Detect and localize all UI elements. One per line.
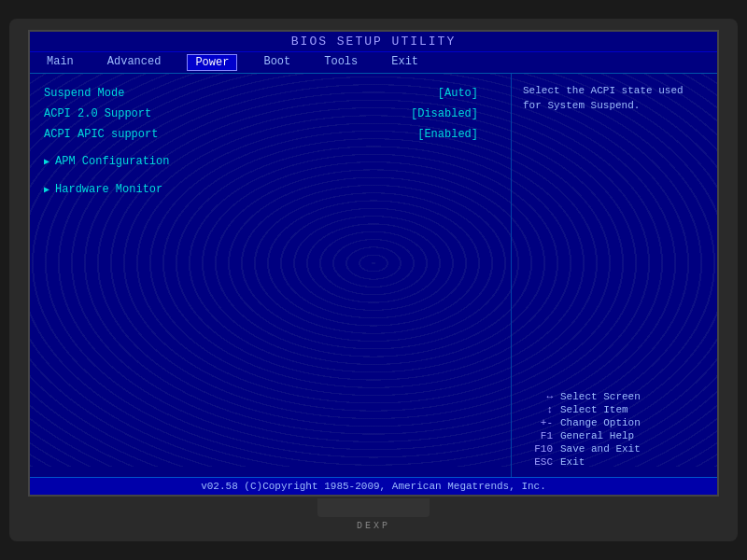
key-hint-screen: ↔ Select Screen [523,391,706,402]
title-bar: BIOS SETUP UTILITY [30,32,717,52]
nav-bar: Main Advanced Power Boot Tools Exit [30,52,717,74]
setting-label-acpi2: ACPI 2.0 Support [44,107,151,120]
key-sym-arrows: ↔ [523,391,553,402]
status-bar: v02.58 (C)Copyright 1985-2009, American … [30,477,717,495]
key-sym-f1: F1 [523,430,553,441]
setting-value-acpi2: [Disabled] [411,107,478,120]
setting-acpi-apic[interactable]: ACPI APIC support [Enabled] [44,126,497,143]
nav-boot[interactable]: Boot [256,54,298,71]
key-hint-exit: ESC Exit [523,456,706,468]
nav-main[interactable]: Main [39,54,81,71]
nav-power[interactable]: Power [187,54,237,71]
submenu-label-apm: APM Configuration [55,155,169,168]
key-desc-screen: Select Screen [560,391,641,402]
setting-value-acpi-apic: [Enabled] [417,128,478,141]
nav-advanced[interactable]: Advanced [100,54,169,71]
setting-acpi2[interactable]: ACPI 2.0 Support [Disabled] [44,105,497,122]
status-text: v02.58 (C)Copyright 1985-2009, American … [201,481,546,492]
monitor-frame: BIOS SETUP UTILITY Main Advanced Power B… [9,19,738,541]
key-hints: ↔ Select Screen ↕ Select Item +- Change … [523,391,706,468]
submenu-hwmonitor[interactable]: ▶ Hardware Monitor [44,180,497,199]
bios-screen: BIOS SETUP UTILITY Main Advanced Power B… [28,30,719,497]
submenu-arrow-hw: ▶ [44,184,49,195]
monitor-stand [317,498,430,517]
monitor-brand: DEXP [357,521,390,531]
submenu-apm[interactable]: ▶ APM Configuration [44,152,497,171]
key-sym-f10: F10 [523,443,553,455]
right-panel: Select the ACPI state used for System Su… [512,74,717,477]
key-sym-esc: ESC [523,456,553,468]
key-sym-plusminus: +- [523,417,553,428]
nav-exit[interactable]: Exit [384,54,426,71]
key-desc-save: Save and Exit [560,443,641,455]
help-text: Select the ACPI state used for System Su… [523,83,706,114]
setting-label-acpi-apic: ACPI APIC support [44,128,158,141]
setting-suspend-mode[interactable]: Suspend Mode [Auto] [44,85,497,102]
submenu-label-hw: Hardware Monitor [55,183,162,196]
setting-value-suspend: [Auto] [438,87,478,100]
key-desc-exit: Exit [560,456,585,468]
main-content: Suspend Mode [Auto] ACPI 2.0 Support [Di… [30,74,717,477]
setting-label-suspend: Suspend Mode [44,87,124,100]
submenu-arrow-apm: ▶ [44,156,49,167]
bios-title: BIOS SETUP UTILITY [291,35,456,49]
key-desc-option: Change Option [560,417,641,428]
nav-tools[interactable]: Tools [317,54,365,71]
key-desc-help: General Help [560,430,634,441]
key-hint-option: +- Change Option [523,417,706,428]
key-sym-updown: ↕ [523,404,553,415]
left-panel: Suspend Mode [Auto] ACPI 2.0 Support [Di… [30,74,512,477]
key-hint-help: F1 General Help [523,430,706,441]
key-hint-save: F10 Save and Exit [523,443,706,455]
key-hint-item: ↕ Select Item [523,404,706,415]
key-desc-item: Select Item [560,404,628,415]
